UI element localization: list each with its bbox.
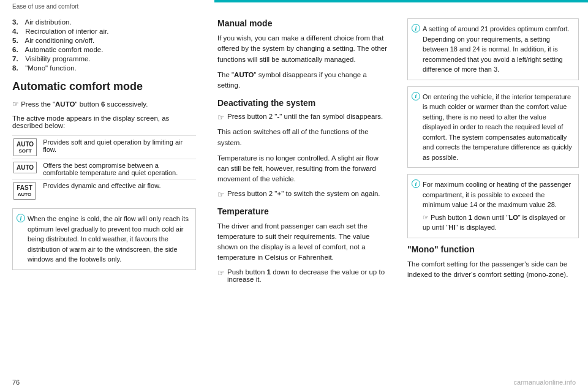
deactivating-press1: ☞ Press button 2 "-" until the fan symbo… — [217, 113, 389, 122]
right-info-box-0: iA setting of around 21 provides optimum… — [407, 18, 579, 80]
mode-table: AUTOSOFTProvides soft and quiet operatio… — [12, 135, 196, 203]
right-info-icon-0: i — [412, 24, 420, 32]
right-info-text-1: On entering the vehicle, if the interior… — [423, 92, 572, 163]
manual-paras: If you wish, you can make a different ch… — [217, 33, 389, 91]
temp-paras: The driver and front passenger can each … — [217, 221, 389, 263]
deact-paras: This action switches off all of the func… — [217, 127, 389, 184]
middle-column: Manual mode If you wish, you can make a … — [208, 12, 398, 392]
arrow-icon-3: ☞ — [217, 268, 225, 283]
deact-para: This action switches off all of the func… — [217, 127, 389, 148]
right-extra-press-2: ☞ Push button 1 down until "LO" is displ… — [423, 213, 572, 233]
temp-para: The driver and front passenger can each … — [217, 221, 389, 263]
numbered-item: 5. Air conditioning on/off. — [12, 37, 196, 44]
temp-press: ☞ Push button 1 down to decrease the val… — [217, 268, 389, 283]
mode-desc-cell: Provides dynamic and effective air flow. — [42, 179, 196, 202]
numbered-item: 3. Air distribution. — [12, 18, 196, 26]
right-info-box-1: iOn entering the vehicle, if the interio… — [407, 86, 579, 168]
deact-press-text: Press button 2 "-" until the fan symbol … — [227, 113, 383, 122]
right-info-icon-1: i — [412, 92, 420, 100]
temp-press-text: Push button 1 down to decrease the value… — [227, 268, 389, 283]
numbered-item: 7. Visibility programme. — [12, 55, 196, 62]
mode-badge-cell: AUTO — [12, 159, 42, 179]
mode-badge-cell: AUTOSOFT — [12, 135, 42, 159]
right-info-text-2: For maximum cooling or heating of the pa… — [423, 179, 572, 210]
mode-row: AUTOOffers the best compromise between a… — [12, 159, 196, 179]
display-desc: The active mode appears in the display s… — [12, 115, 196, 129]
temperature-title: Temperature — [217, 206, 389, 216]
arrow-icon-2: ☞ — [217, 190, 225, 199]
cold-info-text: When the engine is cold, the air flow wi… — [28, 214, 189, 265]
numbered-item: 8. "Mono" function. — [12, 64, 196, 72]
right-info-text-0: A setting of around 21 provides optimum … — [423, 24, 572, 75]
watermark: carmanualonline.info — [513, 379, 576, 386]
cold-engine-info-box: i When the engine is cold, the air flow … — [12, 208, 196, 270]
right-column: iA setting of around 21 provides optimum… — [398, 12, 588, 392]
arrow-icon-1: ☞ — [217, 113, 225, 122]
automatic-comfort-title: Automatic comfort mode — [12, 80, 196, 94]
header-bar: Ease of use and comfort — [0, 0, 588, 12]
numbered-item: 4. Recirculation of interior air. — [12, 28, 196, 35]
press-auto-line: ☞ Press the "AUTO" button 6 successively… — [12, 100, 196, 108]
mode-badge-cell: FASTAUTO — [12, 179, 42, 202]
mode-row: FASTAUTOProvides dynamic and effective a… — [12, 179, 196, 202]
numbered-item: 6. Automatic comfort mode. — [12, 46, 196, 53]
numbered-list: 3. Air distribution.4. Recirculation of … — [12, 18, 196, 72]
info-icon-cold: i — [17, 214, 25, 222]
deact-para: Temperature is no longer controlled. A s… — [217, 153, 389, 185]
manual-para: If you wish, you can make a different ch… — [217, 33, 389, 65]
mono-para: The comfort setting for the passenger's … — [407, 259, 579, 281]
mode-row: AUTOSOFTProvides soft and quiet operatio… — [12, 135, 196, 159]
mono-title: "Mono" function — [407, 244, 579, 254]
mode-desc-cell: Offers the best compromise between a com… — [42, 159, 196, 179]
mode-desc-cell: Provides soft and quiet operation by lim… — [42, 135, 196, 159]
content: 3. Air distribution.4. Recirculation of … — [0, 12, 588, 392]
deactivating-press2: ☞ Press button 2 "+" to switch the syste… — [217, 190, 389, 199]
deactivating-title: Deactivating the system — [217, 98, 389, 108]
mono-section: "Mono" function The comfort setting for … — [407, 244, 579, 281]
page-number: 76 — [12, 379, 20, 386]
right-info-icon-2: i — [412, 179, 420, 188]
right-info-box-2: iFor maximum cooling or heating of the p… — [407, 174, 579, 238]
right-info-boxes: iA setting of around 21 provides optimum… — [407, 18, 579, 238]
header-title: Ease of use and comfort — [12, 3, 78, 10]
manual-para: The "AUTO" symbol disappears if you chan… — [217, 70, 389, 91]
manual-mode-title: Manual mode — [217, 18, 389, 28]
deact-press2-text: Press button 2 "+" to switch the system … — [227, 190, 380, 199]
left-column: 3. Air distribution.4. Recirculation of … — [0, 12, 208, 392]
